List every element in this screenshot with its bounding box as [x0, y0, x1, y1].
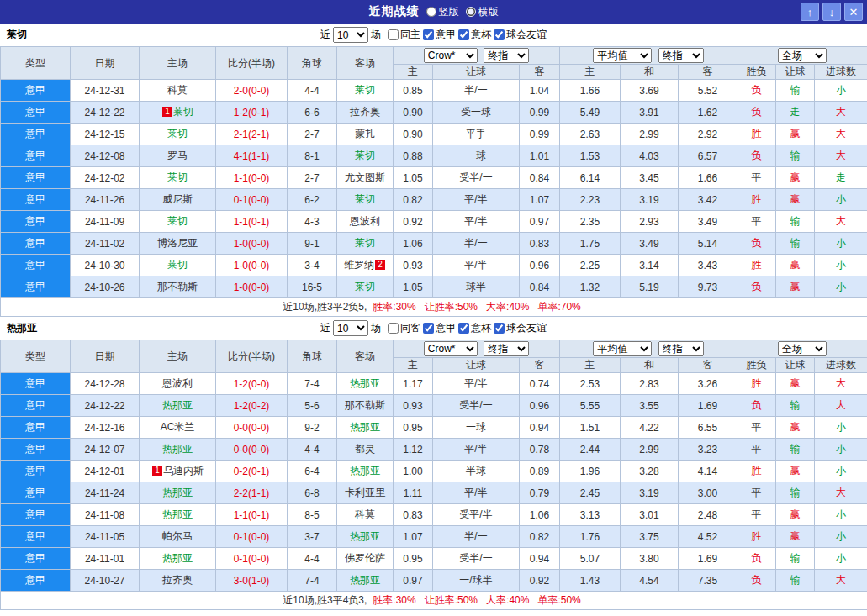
- close-button[interactable]: ✕: [844, 3, 863, 21]
- avg-home-odds: 2.45: [560, 482, 621, 504]
- layout-horizontal-radio[interactable]: [466, 7, 476, 17]
- avg-home-odds: 2.23: [560, 189, 621, 211]
- europe-stage-select[interactable]: 终指: [658, 48, 704, 63]
- team-name: 博洛尼亚: [157, 237, 198, 249]
- average-select[interactable]: 平均值: [593, 341, 652, 356]
- filter-checkbox-label: 意甲: [436, 321, 456, 335]
- result-handicap: 输: [776, 145, 815, 167]
- col-header-score: 比分(半场): [216, 47, 288, 80]
- filter-checkbox-option[interactable]: 意杯: [458, 28, 491, 42]
- filter-checkbox[interactable]: [423, 323, 434, 334]
- corner-score: 8-5: [288, 504, 337, 526]
- filter-checkbox[interactable]: [494, 323, 505, 334]
- odds-source-select[interactable]: Crow*: [424, 341, 478, 356]
- handicap-line: 受半/一: [433, 167, 520, 189]
- col-header-away: 客场: [337, 340, 394, 373]
- filter-checkbox[interactable]: [388, 29, 399, 40]
- match-count-select[interactable]: 10: [333, 320, 368, 336]
- match-row: 意甲24-12-28恩波利1-2(0-0)7-4热那亚1.17平/半0.742.…: [1, 373, 867, 395]
- handicap-away-odds: 0.92: [520, 570, 560, 592]
- europe-stage-select[interactable]: 终指: [658, 341, 704, 356]
- layout-vertical-radio[interactable]: [426, 7, 436, 17]
- red-card-badge: 1: [152, 466, 162, 476]
- team-name: 莱切: [355, 281, 375, 292]
- handicap-line: 一球: [433, 417, 520, 439]
- move-up-button[interactable]: ↑: [801, 3, 819, 21]
- team-name: 热那亚: [162, 552, 193, 564]
- result-handicap: 输: [776, 482, 815, 504]
- filter-checkbox-option[interactable]: 意杯: [458, 321, 491, 335]
- average-select[interactable]: 平均值: [593, 48, 652, 63]
- filter-checkbox-option[interactable]: 球会友谊: [494, 321, 547, 335]
- home-team: 热那亚: [140, 548, 216, 570]
- league-badge: 意甲: [1, 145, 71, 167]
- team-name: 莱切: [355, 84, 375, 96]
- team-name: 那不勒斯: [157, 281, 198, 292]
- result-handicap: 输: [776, 211, 815, 233]
- league-badge: 意甲: [1, 189, 71, 211]
- result-goals: 大: [815, 570, 867, 592]
- corner-score: 16-5: [288, 276, 337, 298]
- home-team: 那不勒斯: [140, 276, 216, 298]
- filter-checkbox-option[interactable]: 球会友谊: [494, 28, 547, 42]
- period-select[interactable]: 全场: [778, 341, 827, 356]
- titlebar-center: 近期战绩 竖版 横版: [369, 4, 499, 19]
- layout-vertical-option[interactable]: 竖版: [426, 5, 459, 19]
- result-handicap: 赢: [776, 526, 815, 548]
- europe-odds-group-header: 平均值 终指: [560, 47, 737, 65]
- page-title: 近期战绩: [369, 4, 420, 19]
- handicap-stage-select[interactable]: 终指: [484, 48, 529, 63]
- handicap-stage-select[interactable]: 终指: [484, 341, 529, 356]
- result-outcome: 平: [737, 439, 776, 461]
- match-date: 24-12-01: [71, 461, 140, 482]
- away-team: 卡利亚里: [337, 482, 394, 504]
- match-row: 意甲24-11-24热那亚2-2(1-1)6-8卡利亚里1.11平/半0.792…: [1, 482, 867, 504]
- corner-score: 4-4: [288, 439, 337, 461]
- rate-stat: 让胜率:50%: [425, 301, 478, 313]
- summary-rates: 胜率:30%让胜率:50%大率:40%单率:50%: [368, 594, 584, 606]
- avg-home-odds: 2.25: [560, 255, 621, 276]
- filter-checkbox-option[interactable]: 意甲: [423, 28, 456, 42]
- avg-home-odds: 1.43: [560, 570, 621, 592]
- move-down-button[interactable]: ↓: [822, 3, 841, 21]
- filter-checkbox[interactable]: [458, 323, 469, 334]
- avg-away-odds: 5.14: [679, 233, 737, 255]
- league-badge: 意甲: [1, 211, 71, 233]
- avg-home-odds: 5.55: [560, 395, 621, 417]
- result-outcome: 胜: [737, 124, 776, 145]
- filter-checkbox[interactable]: [458, 29, 469, 40]
- corner-score: 9-1: [288, 233, 337, 255]
- match-date: 24-11-05: [71, 526, 140, 548]
- handicap-home-odds: 0.85: [394, 80, 433, 102]
- away-team: 那不勒斯: [337, 395, 394, 417]
- handicap-line: 一球: [433, 145, 520, 167]
- matches-tbody: 意甲24-12-31科莫2-0(0-0)4-4莱切0.85半/一1.041.66…: [1, 80, 867, 298]
- result-outcome: 平: [737, 167, 776, 189]
- handicap-odds-group-header: Crow* 终指: [394, 47, 560, 65]
- layout-horizontal-option[interactable]: 横版: [466, 5, 499, 19]
- filter-checkbox-option[interactable]: 同主: [388, 28, 420, 42]
- filter-checkbox[interactable]: [494, 29, 505, 40]
- bottom-filler: [0, 610, 867, 616]
- odds-source-select[interactable]: Crow*: [424, 48, 478, 63]
- league-badge: 意甲: [1, 570, 71, 592]
- match-count-select[interactable]: 10: [333, 27, 368, 43]
- avg-away-odds: 6.57: [679, 145, 737, 167]
- filter-checkbox-option[interactable]: 意甲: [423, 321, 456, 335]
- filter-checkbox[interactable]: [388, 323, 399, 334]
- filter-checkbox[interactable]: [423, 29, 434, 40]
- result-goals: 大: [815, 395, 867, 417]
- team-name: 恩波利: [350, 215, 380, 227]
- home-team: 拉齐奥: [140, 570, 216, 592]
- sub-header-avg-away: 客: [679, 65, 737, 80]
- avg-away-odds: 5.52: [679, 80, 737, 102]
- filter-checkbox-option[interactable]: 同客: [388, 321, 420, 335]
- handicap-odds-group-header: Crow* 终指: [394, 340, 560, 358]
- avg-draw-odds: 3.45: [621, 167, 679, 189]
- period-select[interactable]: 全场: [778, 48, 827, 63]
- away-team: 莱切: [337, 233, 394, 255]
- corner-score: 3-7: [288, 526, 337, 548]
- handicap-home-odds: 0.92: [394, 211, 433, 233]
- match-date: 24-10-26: [71, 276, 140, 298]
- handicap-home-odds: 1.00: [394, 461, 433, 482]
